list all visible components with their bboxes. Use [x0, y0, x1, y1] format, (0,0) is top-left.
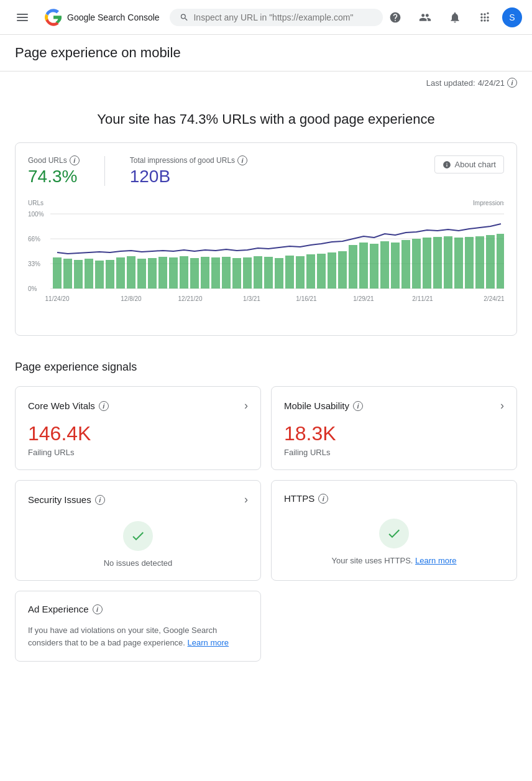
- svg-rect-30: [296, 256, 305, 289]
- mobile-usability-info-icon[interactable]: i: [353, 401, 363, 411]
- metric-divider: [104, 156, 105, 186]
- signals-title: Page experience signals: [15, 361, 517, 374]
- app-logo: Google Search Console: [45, 9, 160, 26]
- about-chart-button[interactable]: About chart: [434, 155, 505, 173]
- svg-rect-18: [169, 257, 178, 289]
- card-header: Security Issues i ›: [28, 493, 248, 506]
- card-header: Core Web Vitals i ›: [28, 399, 248, 412]
- mobile-usability-card: Mobile Usability i › 18.3K Failing URLs: [271, 386, 517, 470]
- core-web-vitals-card: Core Web Vitals i › 146.4K Failing URLs: [15, 386, 261, 470]
- good-urls-value: 74.3%: [28, 167, 80, 187]
- svg-rect-16: [148, 258, 157, 289]
- security-issues-ok-text: No issues detected: [104, 558, 173, 568]
- good-urls-info-icon[interactable]: i: [70, 155, 80, 165]
- svg-rect-2: [17, 20, 28, 21]
- card-header: HTTPS i: [284, 493, 504, 504]
- security-issues-check: [123, 521, 153, 551]
- core-web-vitals-info-icon[interactable]: i: [99, 401, 109, 411]
- card-title: Ad Experience i: [28, 604, 103, 614]
- last-updated-info-icon[interactable]: i: [507, 78, 517, 88]
- chart-label: 12/21/20: [178, 295, 203, 302]
- svg-rect-37: [370, 244, 378, 289]
- app-header: Google Search Console S: [0, 0, 532, 35]
- svg-rect-11: [95, 261, 104, 289]
- https-learn-more-link[interactable]: Learn more: [415, 556, 456, 565]
- ad-experience-card: Ad Experience i If you have ad violation…: [15, 591, 261, 662]
- main-content: Your site has 74.3% URLs with a good pag…: [0, 94, 532, 686]
- svg-rect-22: [211, 257, 220, 289]
- svg-rect-35: [349, 245, 357, 289]
- menu-button[interactable]: [10, 5, 35, 30]
- bar-chart: [53, 234, 504, 289]
- svg-rect-43: [433, 237, 442, 289]
- last-updated-bar: Last updated: 4/24/21 i: [0, 72, 532, 94]
- chart-label: 1/3/21: [243, 295, 260, 302]
- mobile-usability-arrow[interactable]: ›: [500, 399, 504, 412]
- good-urls-label: Good URLs i: [28, 155, 80, 165]
- svg-rect-34: [338, 251, 347, 289]
- chart-label: 66%: [28, 236, 40, 243]
- chart-label: 0%: [28, 285, 37, 292]
- header-actions: S: [383, 5, 522, 30]
- hero-section: Your site has 74.3% URLs with a good pag…: [15, 94, 517, 142]
- help-button[interactable]: [383, 5, 408, 30]
- chart-container: URLs 100% 66% 33% 0% Impressions 2.3B 1.…: [28, 196, 504, 323]
- last-updated-label: Last updated:: [426, 78, 475, 88]
- core-web-vitals-arrow[interactable]: ›: [244, 399, 248, 412]
- search-bar[interactable]: [170, 9, 383, 26]
- url-search-input[interactable]: [193, 12, 373, 22]
- svg-rect-29: [285, 256, 294, 289]
- ad-experience-learn-more-link[interactable]: Learn more: [188, 638, 229, 647]
- svg-rect-42: [423, 238, 431, 289]
- impressions-info-icon[interactable]: i: [237, 155, 247, 165]
- mobile-usability-value: 18.3K: [284, 422, 336, 445]
- chart-card: Good URLs i 74.3% Total impressions of g…: [15, 142, 517, 336]
- avatar[interactable]: S: [502, 7, 522, 27]
- svg-rect-12: [106, 260, 114, 289]
- impressions-metric: Total impressions of good URLs i 120B: [130, 155, 247, 187]
- https-content: Your site uses HTTPS. Learn more: [284, 514, 504, 565]
- svg-rect-13: [116, 257, 125, 289]
- security-issues-arrow[interactable]: ›: [244, 493, 248, 506]
- card-title: Core Web Vitals i: [28, 400, 109, 411]
- security-issues-card: Security Issues i › No issues detected: [15, 480, 261, 581]
- core-web-vitals-value: 146.4K: [28, 422, 91, 445]
- svg-rect-17: [158, 257, 167, 289]
- chart-label: 12/8/20: [121, 295, 142, 302]
- security-issues-info-icon[interactable]: i: [95, 495, 105, 505]
- chart-label: 2/11/21: [412, 295, 433, 302]
- logo-text: Google Search Console: [67, 12, 160, 22]
- chart-label: 11/24/20: [45, 295, 70, 302]
- svg-rect-31: [306, 254, 315, 289]
- impressions-label: Total impressions of good URLs i: [130, 155, 247, 165]
- chart-label: 2/24/21: [484, 295, 504, 302]
- svg-rect-24: [232, 258, 241, 289]
- svg-rect-40: [401, 240, 410, 289]
- svg-rect-46: [465, 237, 474, 289]
- svg-rect-39: [391, 243, 400, 289]
- ad-experience-info-icon[interactable]: i: [93, 604, 103, 614]
- svg-rect-28: [275, 258, 283, 289]
- card-title: HTTPS i: [284, 493, 328, 504]
- apps-button[interactable]: [472, 5, 497, 30]
- card-title: Security Issues i: [28, 494, 105, 505]
- card-header: Ad Experience i: [28, 604, 248, 614]
- signals-section: Page experience signals Core Web Vitals …: [15, 361, 517, 662]
- user-manage-button[interactable]: [413, 5, 438, 30]
- notification-button[interactable]: [443, 5, 467, 30]
- svg-rect-10: [85, 259, 93, 289]
- svg-rect-48: [486, 235, 495, 289]
- svg-rect-9: [74, 260, 83, 289]
- svg-rect-27: [264, 257, 273, 289]
- svg-rect-26: [254, 256, 262, 289]
- svg-rect-41: [412, 239, 421, 289]
- svg-rect-20: [190, 258, 199, 289]
- svg-rect-14: [127, 256, 135, 289]
- svg-rect-45: [454, 238, 463, 289]
- mobile-usability-label: Failing URLs: [284, 448, 330, 457]
- https-info-icon[interactable]: i: [318, 494, 328, 504]
- mobile-usability-content: 18.3K Failing URLs: [284, 422, 504, 457]
- chart-label: 1/16/21: [296, 295, 317, 302]
- svg-rect-32: [317, 254, 326, 289]
- core-web-vitals-content: 146.4K Failing URLs: [28, 422, 248, 457]
